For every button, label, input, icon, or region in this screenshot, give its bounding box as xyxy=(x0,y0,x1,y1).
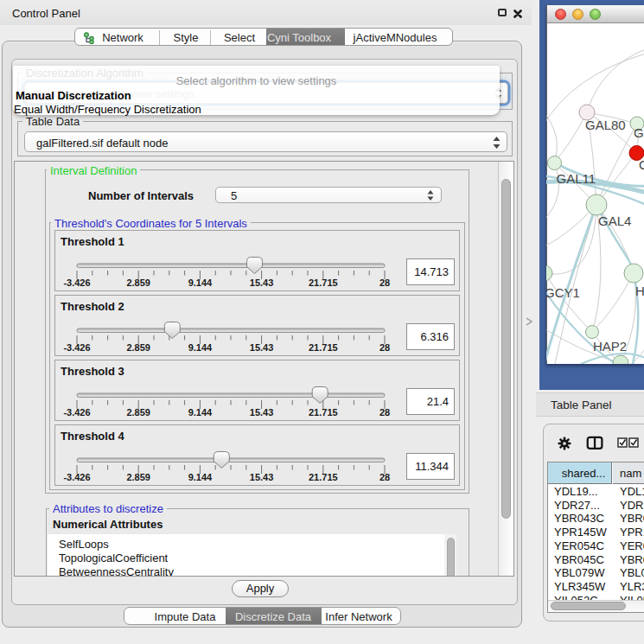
svg-text:2.859: 2.859 xyxy=(126,342,150,353)
svg-text:H: H xyxy=(635,284,644,298)
svg-text:9.144: 9.144 xyxy=(188,342,213,353)
svg-text:HAP2: HAP2 xyxy=(593,339,627,354)
svg-text:28: 28 xyxy=(379,277,390,288)
svg-text:-3.426: -3.426 xyxy=(63,342,90,353)
svg-text:15.43: 15.43 xyxy=(250,472,274,482)
svg-text:GAL4: GAL4 xyxy=(598,214,631,228)
svg-text:GCY1: GCY1 xyxy=(546,285,580,300)
svg-text:28: 28 xyxy=(379,342,390,353)
svg-text:15.43: 15.43 xyxy=(250,277,274,288)
svg-text:2.859: 2.859 xyxy=(126,277,150,288)
svg-text:GAL80: GAL80 xyxy=(585,118,626,132)
svg-text:C: C xyxy=(639,157,644,172)
svg-text:GA: GA xyxy=(634,125,644,140)
svg-text:GAL11: GAL11 xyxy=(557,171,596,186)
svg-text:21.715: 21.715 xyxy=(309,407,338,418)
svg-text:21.715: 21.715 xyxy=(309,277,338,288)
svg-text:2.859: 2.859 xyxy=(126,407,150,418)
svg-text:9.144: 9.144 xyxy=(188,277,213,288)
svg-text:21.715: 21.715 xyxy=(309,472,338,482)
svg-text:15.43: 15.43 xyxy=(250,407,274,418)
svg-text:15.43: 15.43 xyxy=(250,342,274,353)
svg-text:-3.426: -3.426 xyxy=(63,277,90,288)
svg-text:9.144: 9.144 xyxy=(188,407,213,418)
svg-text:28: 28 xyxy=(379,472,390,482)
svg-text:9.144: 9.144 xyxy=(188,472,213,482)
svg-text:-3.426: -3.426 xyxy=(63,472,90,482)
svg-text:21.715: 21.715 xyxy=(309,342,338,353)
svg-text:2.859: 2.859 xyxy=(126,472,150,482)
svg-text:28: 28 xyxy=(379,407,390,418)
svg-text:-3.426: -3.426 xyxy=(63,407,90,418)
